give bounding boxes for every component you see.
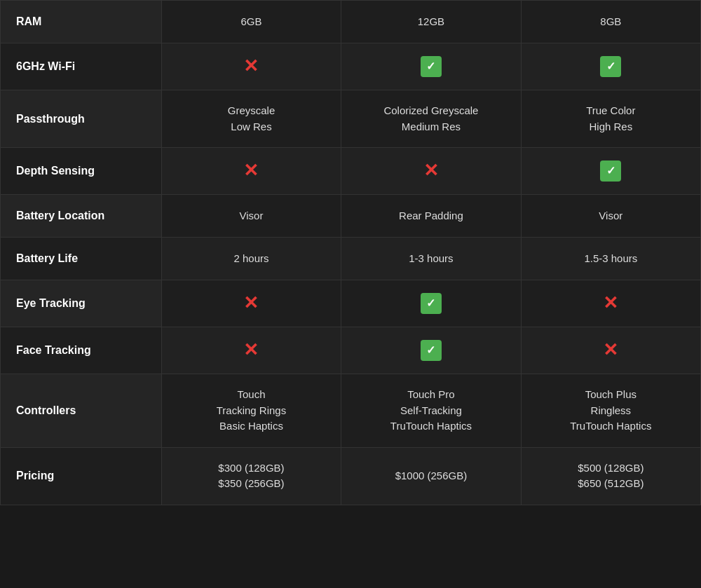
cell-text: Medium Res [402, 121, 461, 132]
cell-text: $1000 (256GB) [395, 470, 468, 481]
comparison-table: RAM 6GB 12GB 8GB 6GHz Wi-Fi ✕ ✓ ✓ Passth… [0, 0, 701, 505]
col2-value: ✓ [341, 327, 521, 374]
check-icon: ✓ [421, 293, 442, 314]
col1-value: ✕ [161, 148, 341, 195]
table-row: Face Tracking ✕ ✓ ✕ [1, 327, 701, 374]
cross-icon: ✕ [243, 57, 259, 75]
row-label: Eye Tracking [1, 280, 162, 327]
col3-value: ✕ [521, 280, 700, 327]
table-row: Battery Location Visor Rear Padding Viso… [1, 195, 701, 238]
table-row: Controllers TouchTracking RingsBasic Hap… [1, 374, 701, 448]
row-label: Controllers [1, 374, 162, 448]
row-label: RAM [1, 1, 162, 43]
cross-icon: ✕ [243, 294, 259, 312]
col3-value: ✓ [521, 43, 700, 90]
col2-value: 1-3 hours [341, 238, 521, 280]
cell-text: Colorized Greyscale [383, 104, 478, 116]
cell-text: Tracking Rings [217, 404, 286, 416]
col3-value: ✓ [521, 148, 700, 195]
row-label: 6GHz Wi-Fi [1, 43, 162, 90]
cell-text: High Res [589, 121, 632, 132]
check-icon: ✓ [421, 340, 442, 361]
row-label: Depth Sensing [1, 148, 162, 195]
col3-value: Touch PlusRinglessTruTouch Haptics [521, 374, 700, 448]
cell-text: 6GB [240, 15, 261, 27]
cell-text: Visor [599, 210, 622, 221]
col2-value: ✓ [341, 43, 521, 90]
cross-icon: ✕ [603, 294, 618, 312]
row-label: Face Tracking [1, 327, 162, 374]
col2-value: Colorized GreyscaleMedium Res [341, 90, 521, 148]
cell-text: True Color [586, 104, 635, 116]
cell-text: Basic Haptics [219, 420, 283, 432]
col1-value: ✕ [161, 280, 341, 327]
cell-text: 2 hours [233, 252, 268, 264]
col1-value: ✕ [161, 327, 341, 374]
table-row: Passthrough GreyscaleLow Res Colorized G… [1, 90, 701, 148]
table-row: Battery Life 2 hours 1-3 hours 1.5-3 hou… [1, 238, 701, 280]
cell-text: Low Res [231, 121, 271, 132]
col2-value: Touch ProSelf-TrackingTruTouch Haptics [341, 374, 521, 448]
cell-text: Visor [240, 210, 264, 221]
col3-value: True ColorHigh Res [521, 90, 700, 148]
table-row: 6GHz Wi-Fi ✕ ✓ ✓ [1, 43, 701, 90]
cell-text: Touch Pro [407, 388, 455, 400]
row-label: Pricing [1, 447, 162, 505]
col3-value: Visor [521, 195, 700, 238]
col1-value: GreyscaleLow Res [161, 90, 341, 148]
cell-text: TruTouch Haptics [390, 420, 472, 432]
col2-value: Rear Padding [341, 195, 521, 238]
col1-value: $300 (128GB)$350 (256GB) [161, 447, 341, 505]
check-icon: ✓ [600, 56, 621, 77]
check-icon: ✓ [421, 56, 442, 77]
row-label: Battery Location [1, 195, 162, 238]
table-row: Depth Sensing ✕ ✕ ✓ [1, 148, 701, 195]
cell-text: 8GB [600, 15, 621, 27]
cell-text: TruTouch Haptics [570, 420, 651, 432]
col2-value: $1000 (256GB) [341, 447, 521, 505]
col2-value: ✓ [341, 280, 521, 327]
col3-value: ✕ [521, 327, 700, 374]
cell-text: Touch Plus [585, 388, 637, 400]
cell-text: $350 (256GB) [218, 477, 284, 489]
cell-text: 1.5-3 hours [584, 252, 637, 264]
cross-icon: ✕ [243, 341, 259, 359]
table-row: Pricing $300 (128GB)$350 (256GB) $1000 (… [1, 447, 701, 505]
cell-text: Rear Padding [399, 210, 463, 221]
cell-text: Ringless [591, 404, 632, 416]
cross-icon: ✕ [603, 341, 618, 359]
cell-text: Greyscale [228, 104, 275, 116]
cell-text: 12GB [418, 15, 444, 27]
table-row: Eye Tracking ✕ ✓ ✕ [1, 280, 701, 327]
row-label: Battery Life [1, 238, 162, 280]
col1-value: Visor [161, 195, 341, 238]
cell-text: $650 (512GB) [578, 477, 644, 489]
cell-text: $300 (128GB) [218, 462, 284, 474]
col3-value: $500 (128GB)$650 (512GB) [521, 447, 700, 505]
cross-icon: ✕ [423, 161, 439, 179]
col2-value: ✕ [341, 148, 521, 195]
col1-value: ✕ [161, 43, 341, 90]
cell-text: Touch [237, 388, 265, 400]
col3-value: 8GB [521, 1, 700, 43]
col2-value: 12GB [341, 1, 521, 43]
table-row: RAM 6GB 12GB 8GB [1, 1, 701, 43]
cell-text: Self-Tracking [400, 404, 462, 416]
row-label: Passthrough [1, 90, 162, 148]
check-icon: ✓ [600, 160, 621, 182]
cross-icon: ✕ [243, 161, 259, 179]
col1-value: 6GB [161, 1, 341, 43]
cell-text: $500 (128GB) [578, 462, 644, 474]
col1-value: 2 hours [161, 238, 341, 280]
cell-text: 1-3 hours [409, 252, 453, 264]
col3-value: 1.5-3 hours [521, 238, 700, 280]
col1-value: TouchTracking RingsBasic Haptics [161, 374, 341, 448]
